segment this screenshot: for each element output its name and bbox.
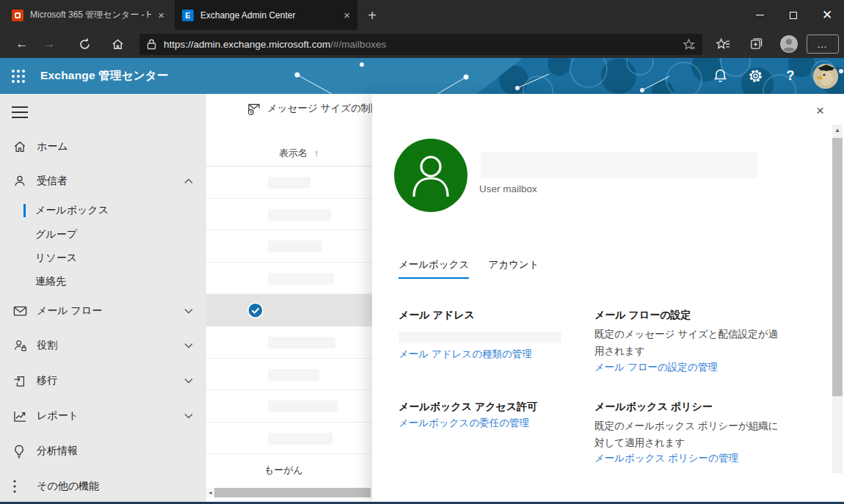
browser-tab-exchange-active[interactable]: E Exchange Admin Center × — [175, 0, 357, 30]
home-icon — [13, 140, 29, 153]
settings-gear-icon[interactable] — [741, 58, 770, 94]
chevron-down-icon[interactable] — [184, 308, 193, 314]
chevron-up-icon[interactable] — [184, 178, 193, 184]
window-maximize-icon[interactable] — [776, 0, 810, 30]
collections-icon[interactable] — [743, 30, 768, 58]
sidebar-nav: ホーム 受信者 メールボックス グループ リソース 連絡先 — [0, 94, 206, 502]
vertical-scroll-thumb[interactable] — [832, 138, 843, 396]
url-path: /#/mailboxes — [330, 39, 386, 50]
sidebar-item-recipients[interactable]: 受信者 — [0, 169, 206, 194]
redacted-text — [268, 369, 319, 381]
redacted-text — [268, 241, 322, 252]
url-text: https://admin.exchange.microsoft.com/#/m… — [164, 39, 675, 50]
toolbar-label: メッセージ サイズの制限 — [267, 102, 381, 115]
tab-close-icon[interactable]: × — [343, 10, 350, 21]
refresh-icon[interactable] — [72, 30, 97, 58]
sidebar-item-resources[interactable]: リソース — [0, 246, 206, 271]
manage-mail-flow-settings-link[interactable]: メール フローの設定の管理 — [594, 361, 718, 374]
lightbulb-icon — [13, 445, 29, 459]
browser-settings-menu-icon[interactable]: … — [807, 34, 839, 54]
horizontal-scrollbar[interactable]: ◂ — [206, 488, 372, 497]
section-title-mail-address: メール アドレス — [399, 309, 475, 322]
office-favicon-icon — [12, 10, 23, 21]
column-header-label: 表示名 — [279, 147, 308, 160]
forward-icon[interactable]: → — [37, 30, 62, 58]
section-title-mailbox-permissions: メールボックス アクセス許可 — [399, 401, 537, 414]
home-icon[interactable] — [105, 30, 130, 58]
mailbox-details-panel: × User mailbox メールボックス アカウント メール アドレス メー… — [372, 94, 844, 502]
sidebar-item-contacts[interactable]: 連絡先 — [0, 269, 206, 294]
tab-mailbox[interactable]: メールボックス — [399, 258, 469, 279]
sidebar-item-mail-flow[interactable]: メール フロー — [0, 299, 206, 324]
sidebar-item-groups[interactable]: グループ — [0, 222, 206, 247]
sidebar-item-label: 役割 — [37, 339, 57, 352]
redacted-text — [268, 337, 335, 348]
chevron-down-icon[interactable] — [184, 343, 193, 348]
scroll-left-icon[interactable]: ◂ — [206, 489, 214, 496]
display-name-cell: もーがん — [264, 464, 303, 477]
mail-flow-description: 既定のメッセージ サイズと配信設定が適用されます — [594, 326, 779, 359]
mail-icon — [13, 305, 29, 317]
horizontal-scroll-thumb[interactable] — [214, 488, 371, 497]
panel-tabs: メールボックス アカウント — [399, 258, 539, 279]
address-bar[interactable]: https://admin.exchange.microsoft.com/#/m… — [139, 34, 702, 55]
browser-titlebar: Microsoft 365 管理センター - Hom × E Exchange … — [0, 0, 844, 30]
manage-mailbox-delegation-link[interactable]: メールボックスの委任の管理 — [399, 417, 529, 430]
sidebar-item-migration[interactable]: 移行 — [0, 368, 206, 393]
redacted-text — [268, 209, 331, 221]
redacted-text — [268, 273, 334, 285]
manage-email-address-types-link[interactable]: メール アドレスの種類の管理 — [399, 348, 532, 361]
sidebar-item-label: リソース — [35, 252, 77, 265]
sidebar-item-mailboxes[interactable]: メールボックス — [0, 198, 206, 223]
browser-tab-m365[interactable]: Microsoft 365 管理センター - Hom × — [4, 0, 172, 30]
mailbox-type-label: User mailbox — [479, 183, 537, 194]
back-icon[interactable]: ← — [10, 30, 34, 58]
sidebar-item-roles[interactable]: 役割 — [0, 333, 206, 358]
help-icon[interactable]: ? — [776, 58, 805, 94]
sidebar-item-insights[interactable]: 分析情報 — [0, 439, 206, 464]
url-host: https://admin.exchange.microsoft.com — [164, 39, 330, 50]
notifications-bell-icon[interactable] — [705, 58, 735, 94]
exchange-favicon-icon: E — [182, 10, 194, 21]
tab-close-icon[interactable]: × — [158, 10, 164, 21]
hamburger-menu-icon[interactable] — [10, 104, 29, 120]
redacted-text — [268, 177, 310, 189]
user-avatar-icon — [394, 139, 468, 212]
sidebar-item-other-features[interactable]: その他の機能 — [0, 474, 206, 499]
redacted-text — [268, 401, 338, 412]
browser-profile-icon[interactable] — [776, 30, 802, 58]
chevron-down-icon[interactable] — [184, 413, 193, 419]
redacted-mailbox-name — [481, 152, 757, 178]
panel-close-icon[interactable]: × — [816, 103, 824, 119]
window-minimize-icon[interactable] — [743, 0, 776, 30]
scroll-up-icon[interactable]: ▲ — [832, 127, 843, 134]
sidebar-item-label: 受信者 — [37, 175, 68, 188]
chevron-down-icon[interactable] — [184, 378, 193, 384]
account-avatar[interactable] — [813, 64, 838, 89]
selected-check-icon[interactable] — [247, 302, 263, 321]
manage-mailbox-policies-link[interactable]: メールボックス ポリシーの管理 — [594, 452, 738, 465]
tab-account[interactable]: アカウント — [488, 258, 539, 279]
waffle-app-launcher-icon[interactable] — [10, 67, 27, 85]
migration-icon — [13, 374, 29, 387]
person-lock-icon — [13, 339, 29, 352]
message-size-icon — [247, 103, 261, 115]
add-favorite-star-icon[interactable] — [683, 38, 695, 51]
tab-title: Microsoft 365 管理センター - Hom — [30, 9, 151, 21]
report-chart-icon — [13, 410, 29, 423]
message-size-limit-button[interactable]: メッセージ サイズの制限 — [247, 102, 381, 115]
sidebar-item-reports[interactable]: レポート — [0, 403, 206, 428]
window-close-icon[interactable]: ✕ — [810, 0, 844, 30]
new-tab-icon[interactable]: + — [363, 6, 382, 25]
sidebar-item-label: 連絡先 — [35, 275, 66, 288]
person-icon — [13, 175, 29, 188]
sidebar-item-home[interactable]: ホーム — [0, 134, 206, 159]
favorites-bar-icon[interactable] — [710, 30, 735, 58]
sidebar-item-label: メールボックス — [35, 204, 109, 217]
more-vertical-dots-icon — [13, 480, 29, 493]
sidebar-item-label: メール フロー — [37, 304, 102, 318]
column-header-display-name[interactable]: 表示名 ↑ — [279, 147, 319, 160]
vertical-scrollbar[interactable]: ▲ ▼ — [832, 125, 843, 473]
selected-indicator — [23, 204, 26, 217]
browser-navbar: ← → https://admin.exchange.microsoft.com… — [0, 30, 844, 58]
